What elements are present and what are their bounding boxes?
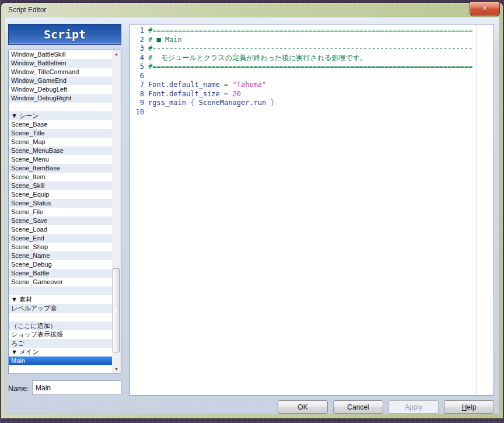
code-token: # モジュールとクラスの定義が終わった後に実行される処理です。 bbox=[148, 54, 367, 62]
line-number: 7 bbox=[130, 81, 144, 90]
code-token: #---------------------------------------… bbox=[148, 44, 473, 53]
list-category[interactable]: ▼ シーン bbox=[9, 111, 112, 120]
code-token: Font.default_name bbox=[148, 81, 224, 89]
list-scrollbar[interactable]: ▲ ▼ bbox=[112, 50, 121, 373]
code-token: #=======================================… bbox=[148, 26, 473, 34]
arrow-up-icon: ▲ bbox=[112, 50, 121, 58]
list-item[interactable]: Window_DebugRight bbox=[9, 94, 112, 103]
list-item[interactable]: Scene_Debug bbox=[9, 260, 112, 269]
code-line: 5#======================================… bbox=[130, 62, 494, 72]
list-row-empty[interactable] bbox=[9, 103, 112, 111]
code-token: SceneManager.run bbox=[199, 99, 267, 107]
close-icon: ✕ bbox=[482, 4, 488, 13]
list-item[interactable]: Scene_Skill bbox=[9, 181, 112, 190]
list-item[interactable]: Scene_Equip bbox=[9, 190, 112, 199]
code-line: 9rgss_main { SceneManager.run } bbox=[130, 99, 494, 108]
title-bar[interactable]: Script Editor bbox=[1, 3, 503, 17]
list-item[interactable]: レベルアップ音 bbox=[9, 304, 112, 313]
list-item[interactable]: Scene_ItemBase bbox=[9, 164, 112, 173]
code-token: = bbox=[224, 81, 232, 89]
list-item[interactable]: Window_BattleSkill bbox=[9, 50, 112, 59]
list-item[interactable]: Scene_Save bbox=[9, 216, 112, 225]
scrollbar-thumb[interactable] bbox=[113, 268, 120, 352]
list-item[interactable]: Window_BattleItem bbox=[9, 59, 112, 68]
line-number: 9 bbox=[130, 99, 144, 108]
line-number: 5 bbox=[130, 62, 144, 72]
line-number: 8 bbox=[130, 90, 144, 99]
code-line: 8Font.default_size = 20 bbox=[130, 90, 494, 99]
list-row-empty[interactable] bbox=[9, 313, 112, 321]
code-token: = bbox=[224, 90, 232, 98]
list-item[interactable]: Scene_Base bbox=[9, 120, 112, 129]
list-item[interactable]: （ここに追加） bbox=[9, 321, 112, 330]
code-lines: 1#======================================… bbox=[130, 26, 494, 117]
code-token: { bbox=[190, 99, 198, 107]
list-item[interactable]: Scene_Menu bbox=[9, 155, 112, 164]
script-editor-window: Script Editor ✕ Script Window_BattleSkil… bbox=[1, 3, 503, 418]
list-row-empty[interactable] bbox=[9, 286, 112, 295]
code-token: rgss_main bbox=[148, 99, 190, 107]
dialog-buttons: OKCancelApplyHelp bbox=[278, 400, 494, 414]
apply-button[interactable]: Apply bbox=[388, 400, 439, 414]
ok-button[interactable]: OK bbox=[278, 400, 328, 414]
code-token: Font.default_size bbox=[148, 90, 224, 98]
script-name-input[interactable] bbox=[32, 380, 121, 395]
list-item[interactable]: Scene_MenuBase bbox=[9, 146, 112, 155]
list-item[interactable]: Window_DebugLeft bbox=[9, 85, 112, 94]
code-token: } bbox=[266, 99, 274, 107]
list-item[interactable]: Scene_Status bbox=[9, 199, 112, 208]
code-line: 10 bbox=[130, 108, 494, 117]
code-line: 1#======================================… bbox=[130, 26, 494, 36]
code-line: 3#--------------------------------------… bbox=[130, 44, 494, 54]
list-item[interactable]: Scene_Gameover bbox=[9, 278, 112, 286]
line-number: 6 bbox=[130, 72, 144, 81]
list-item[interactable]: Scene_Battle bbox=[9, 269, 112, 278]
list-row-empty[interactable] bbox=[9, 365, 112, 374]
list-item[interactable]: Scene_Load bbox=[9, 225, 112, 234]
line-number: 2 bbox=[130, 36, 144, 45]
scrollbar-grip-icon bbox=[114, 308, 118, 313]
code-editor[interactable]: 1#======================================… bbox=[130, 24, 494, 396]
list-item-selected[interactable]: Main bbox=[9, 356, 112, 365]
script-list[interactable]: Window_BattleSkillWindow_BattleItemWindo… bbox=[8, 50, 121, 374]
list-item[interactable]: Scene_File bbox=[9, 208, 112, 216]
code-token: 20 bbox=[233, 90, 241, 98]
line-number: 1 bbox=[130, 26, 144, 36]
list-item[interactable]: Scene_Map bbox=[9, 138, 112, 146]
code-token: # ■ Main bbox=[148, 36, 182, 44]
list-item[interactable]: Scene_Item bbox=[9, 173, 112, 181]
list-item[interactable]: Scene_End bbox=[9, 234, 112, 243]
code-token: #=======================================… bbox=[148, 62, 473, 71]
code-line: 2# ■ Main bbox=[130, 36, 494, 45]
code-line: 7Font.default_name = "Tahoma" bbox=[130, 81, 494, 90]
code-line: 4# モジュールとクラスの定義が終わった後に実行される処理です。 bbox=[130, 54, 494, 63]
list-category[interactable]: ▼ メイン bbox=[9, 348, 112, 356]
list-item[interactable]: Scene_Title bbox=[9, 129, 112, 138]
dialog-body: Script Window_BattleSkillWindow_BattleIt… bbox=[5, 17, 499, 414]
code-line: 6 bbox=[130, 72, 494, 81]
list-item[interactable]: ろご bbox=[9, 339, 112, 348]
script-list-header: Script bbox=[8, 24, 121, 45]
line-number: 10 bbox=[130, 108, 144, 117]
script-list-rows: Window_BattleSkillWindow_BattleItemWindo… bbox=[9, 50, 112, 373]
list-item[interactable]: Window_TitleCommand bbox=[9, 68, 112, 76]
code-token: "Tahoma" bbox=[233, 81, 267, 89]
list-item[interactable]: ショップ表示拡張 bbox=[9, 330, 112, 339]
line-number: 3 bbox=[130, 44, 144, 54]
scroll-down-button[interactable]: ▼ bbox=[112, 365, 121, 373]
close-button[interactable]: ✕ bbox=[470, 1, 500, 16]
cancel-button[interactable]: Cancel bbox=[333, 400, 383, 414]
list-category[interactable]: ▼ 素材 bbox=[9, 295, 112, 304]
name-label: Name: bbox=[8, 384, 29, 393]
line-number: 4 bbox=[130, 54, 144, 63]
window-title: Script Editor bbox=[8, 6, 46, 14]
list-item[interactable]: Scene_Shop bbox=[9, 243, 112, 251]
scroll-up-button[interactable]: ▲ bbox=[112, 50, 121, 58]
list-item[interactable]: Scene_Name bbox=[9, 251, 112, 260]
arrow-down-icon: ▼ bbox=[112, 365, 121, 373]
list-item[interactable]: Window_GameEnd bbox=[9, 76, 112, 85]
help-button[interactable]: Help bbox=[444, 400, 494, 414]
